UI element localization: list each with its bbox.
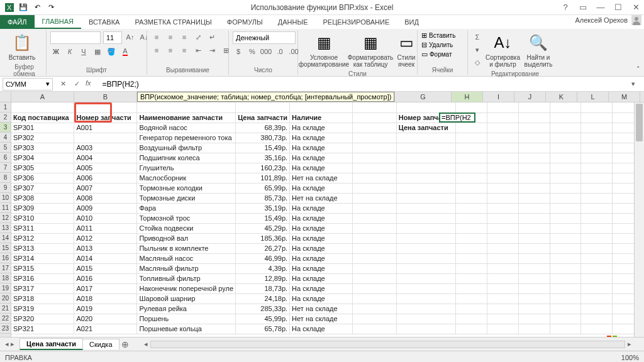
thousands-icon[interactable]: 000: [260, 46, 272, 57]
increase-font-icon[interactable]: A↑: [125, 31, 136, 43]
column-header-J[interactable]: J: [514, 92, 546, 102]
percent-icon[interactable]: %: [247, 46, 258, 57]
currency-icon[interactable]: $: [233, 46, 244, 57]
row-header-6[interactable]: 6: [0, 153, 11, 163]
cancel-formula-icon[interactable]: ✕: [58, 79, 68, 89]
orientation-icon[interactable]: ⤢: [192, 31, 204, 43]
row-header-13[interactable]: 13: [0, 223, 11, 233]
ribbon-options-icon[interactable]: ▭: [577, 2, 589, 13]
row-header-23[interactable]: 23: [0, 324, 11, 334]
expand-formula-icon[interactable]: ▾: [631, 80, 641, 88]
bold-button[interactable]: Ж: [50, 46, 62, 57]
horizontal-scrollbar[interactable]: ◂▸: [144, 340, 631, 348]
accept-formula-icon[interactable]: ✓: [72, 79, 82, 89]
row-header-21[interactable]: 21: [0, 304, 11, 314]
vertical-scrollbar[interactable]: [634, 102, 644, 337]
tab-file[interactable]: ФАЙЛ: [0, 15, 35, 29]
tab-layout[interactable]: РАЗМЕТКА СТРАНИЦЫ: [127, 15, 219, 29]
redo-icon[interactable]: ↷: [45, 2, 57, 13]
excel-icon[interactable]: X: [4, 2, 15, 13]
row-header-12[interactable]: 12: [0, 213, 11, 223]
row-header-15[interactable]: 15: [0, 243, 11, 253]
select-all-corner[interactable]: [0, 92, 11, 102]
decrease-indent-icon[interactable]: ⇤: [192, 45, 204, 56]
italic-button[interactable]: К: [64, 46, 75, 57]
cell-styles-button[interactable]: ▭Стили ячеек: [395, 31, 418, 69]
clear-icon[interactable]: ◇: [472, 57, 483, 68]
user-area[interactable]: Алексей Орехов: [575, 15, 641, 25]
align-center-icon[interactable]: ≡: [165, 45, 176, 56]
minimize-icon[interactable]: —: [595, 2, 606, 13]
maximize-icon[interactable]: ☐: [613, 2, 624, 13]
add-sheet-button[interactable]: ⊕: [119, 339, 131, 349]
row-header-1[interactable]: 1: [0, 102, 11, 112]
paste-button[interactable]: 📋 Вставить: [6, 31, 38, 62]
save-icon[interactable]: 💾: [18, 2, 29, 13]
row-header-16[interactable]: 16: [0, 253, 11, 263]
help-icon[interactable]: ?: [560, 2, 571, 13]
increase-indent-icon[interactable]: ⇥: [206, 45, 218, 56]
delete-cells-button[interactable]: ⊟Удалить: [421, 41, 453, 49]
row-header-19[interactable]: 19: [0, 283, 11, 293]
column-header-A[interactable]: A: [11, 92, 74, 102]
row-header-11[interactable]: 11: [0, 203, 11, 213]
sheet-tab-prices[interactable]: Цена запчасти: [19, 338, 83, 350]
row-header-10[interactable]: 10: [0, 193, 11, 203]
column-header-H[interactable]: H: [452, 92, 483, 102]
row-header-5[interactable]: 5: [0, 143, 11, 153]
find-select-button[interactable]: 🔍Найти и выделить: [523, 31, 554, 69]
border-icon[interactable]: ▦: [92, 46, 103, 57]
font-color-icon[interactable]: A: [119, 46, 131, 57]
font-size-combo[interactable]: 11: [103, 31, 122, 44]
close-icon[interactable]: ✕: [630, 2, 641, 13]
increase-decimal-icon[interactable]: .0: [274, 46, 286, 57]
zoom-level[interactable]: 100%: [621, 354, 639, 361]
align-left-icon[interactable]: ≡: [151, 45, 162, 56]
insert-cells-button[interactable]: ⊞Вставить: [421, 31, 455, 40]
row-header-3[interactable]: 3: [0, 123, 11, 133]
row-header-8[interactable]: 8: [0, 173, 11, 183]
conditional-format-button[interactable]: ▦Условное форматирование: [302, 31, 346, 69]
column-header-I[interactable]: I: [483, 92, 514, 102]
fill-color-icon[interactable]: 🪣: [106, 46, 117, 57]
name-box[interactable]: СУММ▾: [3, 78, 53, 90]
cells-table[interactable]: Код поставщикаНомер запчастиНаименование…: [11, 102, 644, 334]
row-header-4[interactable]: 4: [0, 133, 11, 143]
autosum-icon[interactable]: Σ: [472, 31, 483, 43]
tab-home[interactable]: ГЛАВНАЯ: [35, 15, 81, 29]
column-header-B[interactable]: B: [74, 92, 137, 102]
sheet-tab-discount[interactable]: Скидка: [82, 339, 119, 349]
row-header-2[interactable]: 2: [0, 112, 11, 123]
tab-formulas[interactable]: ФОРМУЛЫ: [219, 15, 270, 29]
align-right-icon[interactable]: ≡: [179, 45, 190, 56]
row-header-18[interactable]: 18: [0, 273, 11, 283]
font-family-combo[interactable]: [50, 31, 101, 44]
row-header-14[interactable]: 14: [0, 233, 11, 243]
tab-review[interactable]: РЕЦЕНЗИРОВАНИЕ: [315, 15, 397, 29]
align-bottom-icon[interactable]: ≡: [179, 31, 190, 43]
row-header-7[interactable]: 7: [0, 163, 11, 173]
column-header-K[interactable]: K: [546, 92, 577, 102]
underline-button[interactable]: Ч: [78, 46, 89, 57]
fill-icon[interactable]: ▾: [472, 44, 483, 55]
sheet-nav[interactable]: ◂ ▸: [0, 340, 19, 348]
number-format-combo[interactable]: Денежный: [233, 31, 296, 44]
align-middle-icon[interactable]: ≡: [165, 31, 176, 43]
tab-insert[interactable]: ВСТАВКА: [81, 15, 127, 29]
row-header-20[interactable]: 20: [0, 293, 11, 304]
align-top-icon[interactable]: ≡: [151, 31, 162, 43]
sort-filter-button[interactable]: A↓Сортировка и фильтр: [486, 31, 520, 69]
formula-bar-input[interactable]: [100, 78, 631, 90]
column-header-M[interactable]: M: [609, 92, 640, 102]
row-header-22[interactable]: 22: [0, 314, 11, 324]
format-cells-button[interactable]: ▭Формат: [421, 50, 452, 58]
tab-view[interactable]: ВИД: [397, 15, 426, 29]
fx-icon[interactable]: fx: [86, 79, 91, 89]
scrollbar-thumb[interactable]: [636, 104, 643, 141]
column-header-G[interactable]: G: [395, 92, 452, 102]
wrap-text-icon[interactable]: ↵: [206, 31, 218, 43]
row-header-17[interactable]: 17: [0, 263, 11, 273]
column-header-L[interactable]: L: [577, 92, 609, 102]
collapse-ribbon-icon[interactable]: ˄: [636, 65, 640, 74]
tab-data[interactable]: ДАННЫЕ: [270, 15, 316, 29]
